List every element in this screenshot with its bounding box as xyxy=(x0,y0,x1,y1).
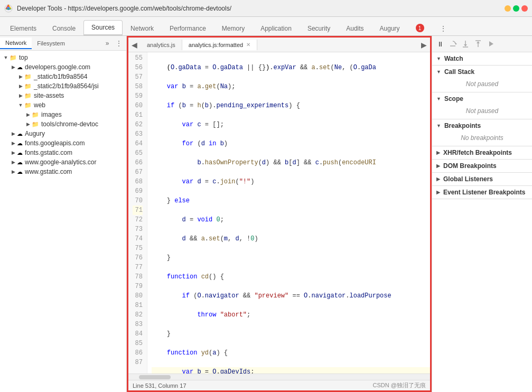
step-over-button[interactable] xyxy=(447,38,459,50)
code-tab-analytics[interactable]: analytics.js xyxy=(141,40,182,50)
code-tab-close[interactable]: ✕ xyxy=(246,42,250,48)
horizontal-scrollbar[interactable] xyxy=(128,374,430,380)
step-into-button[interactable] xyxy=(460,38,471,50)
xhr-breakpoints-section: ▶ XHR/fetch Breakpoints xyxy=(432,146,532,160)
call-stack-header[interactable]: ▼ Call Stack xyxy=(432,66,532,78)
tree-item-gstatic[interactable]: ▶ ☁ www.gstatic.com xyxy=(0,167,126,176)
dom-arrow: ▶ xyxy=(436,163,440,169)
cloud-icon-fonts-google: ☁ xyxy=(17,140,23,147)
xhr-arrow: ▶ xyxy=(436,150,440,155)
tree-item-google-analytics[interactable]: ▶ ☁ www.google-analytics.cor xyxy=(0,157,126,167)
tree-item-developers[interactable]: ▶ ☁ developers.google.com xyxy=(0,62,126,72)
sidebar-icons: » ⋮ xyxy=(102,38,126,49)
maximize-button[interactable] xyxy=(513,5,519,12)
step-over-icon xyxy=(449,40,457,48)
global-arrow: ▶ xyxy=(436,176,440,182)
status-bar: Line 531, Column 17 CSDN @独泪了无痕 xyxy=(128,380,430,390)
tree-arrow-developers: ▶ xyxy=(10,64,17,70)
sidebar-tab-network[interactable]: Network xyxy=(0,38,32,49)
tree-item-tools[interactable]: ▶ 📁 tools/chrome-devtoc xyxy=(0,119,126,129)
code-line: function cd() { xyxy=(152,272,430,282)
tab-elements[interactable]: Elements xyxy=(2,21,44,35)
tree-item-static1[interactable]: ▶ 📁 _static/b1fb9a8564 xyxy=(0,72,126,81)
scope-header[interactable]: ▼ Scope xyxy=(432,92,532,105)
global-listeners-header[interactable]: ▶ Global Listeners xyxy=(432,173,532,185)
sidebar: Network Filesystem » ⋮ ▼ 📁 top ▶ ☁ devel… xyxy=(0,36,127,392)
minimize-button[interactable] xyxy=(505,5,511,12)
code-line: b.hasOwnProperty(d) && b[d] && c.push(en… xyxy=(152,158,430,167)
svg-marker-10 xyxy=(489,41,493,46)
tab-more[interactable]: ⋮ xyxy=(432,21,454,35)
dom-breakpoints-section: ▶ DOM Breakpoints xyxy=(432,160,532,173)
tree-arrow-tools: ▶ xyxy=(24,122,32,127)
code-tab-analytics-formatted[interactable]: analytics.js:formatted ✕ xyxy=(182,40,257,50)
tab-security[interactable]: Security xyxy=(300,21,338,35)
code-line: } else xyxy=(152,196,430,206)
resume-button[interactable] xyxy=(485,38,497,50)
code-content[interactable]: (O.gaData = O.gaData || {}).expVar && a.… xyxy=(147,52,430,374)
breakpoints-header[interactable]: ▼ Breakpoints xyxy=(432,119,532,132)
tree-label-site-assets: site-assets xyxy=(34,92,64,99)
close-button[interactable] xyxy=(521,5,528,12)
folder-icon-web: 📁 xyxy=(24,102,32,109)
event-listener-label: Event Listener Breakpoints xyxy=(443,189,525,196)
tree-label-static1: _static/b1fb9a8564 xyxy=(34,73,87,80)
scope-arrow: ▼ xyxy=(436,96,441,101)
tab-performance[interactable]: Performance xyxy=(162,21,214,35)
tree-arrow-top: ▼ xyxy=(2,55,10,60)
event-arrow: ▶ xyxy=(436,190,440,195)
tree-item-fonts-gstatic[interactable]: ▶ ☁ fonts.gstatic.com xyxy=(0,148,126,157)
sidebar-more-icon[interactable]: » xyxy=(102,38,113,49)
tab-sources[interactable]: Sources xyxy=(83,20,123,35)
sidebar-tabs: Network Filesystem » ⋮ xyxy=(0,36,126,51)
sidebar-tab-filesystem[interactable]: Filesystem xyxy=(32,38,70,49)
tree-label-images: images xyxy=(41,111,62,118)
scrollbar-thumb[interactable] xyxy=(139,375,171,379)
tab-console[interactable]: Console xyxy=(44,21,83,35)
event-listener-header[interactable]: ▶ Event Listener Breakpoints xyxy=(432,186,532,199)
svg-point-1 xyxy=(7,7,10,10)
dom-breakpoints-header[interactable]: ▶ DOM Breakpoints xyxy=(432,160,532,172)
tree-arrow-fonts-gstatic: ▶ xyxy=(10,150,17,155)
window-title: Developer Tools - https://developers.goo… xyxy=(17,5,505,12)
watermark: CSDN @独泪了无痕 xyxy=(373,381,426,389)
tree-item-augury[interactable]: ▶ ☁ Augury xyxy=(0,129,126,138)
main-layout: Network Filesystem » ⋮ ▼ 📁 top ▶ ☁ devel… xyxy=(0,36,532,392)
step-into-icon xyxy=(461,40,470,48)
window-controls xyxy=(505,5,528,12)
tree-item-top[interactable]: ▼ 📁 top xyxy=(0,53,126,62)
tree-arrow-gstatic: ▶ xyxy=(10,169,17,174)
tree-item-site-assets[interactable]: ▶ 📁 site-assets xyxy=(0,91,126,100)
debugger-toolbar: ⏸ xyxy=(432,36,532,52)
tree-item-fonts-google[interactable]: ▶ ☁ fonts.googleapis.com xyxy=(0,138,126,148)
tab-augury[interactable]: Augury xyxy=(372,21,408,35)
svg-marker-2 xyxy=(455,43,457,45)
tree-label-fonts-google: fonts.googleapis.com xyxy=(25,139,85,147)
sidebar-menu-icon[interactable]: ⋮ xyxy=(114,38,124,49)
folder-icon-tools: 📁 xyxy=(32,121,39,128)
folder-icon-static2: 📁 xyxy=(24,83,32,90)
tab-memory[interactable]: Memory xyxy=(214,21,253,35)
code-line: var c = []; xyxy=(152,120,430,129)
tree-label-top: top xyxy=(19,54,28,61)
tab-application[interactable]: Application xyxy=(253,21,300,35)
tab-audits[interactable]: Audits xyxy=(338,21,371,35)
code-nav-forward[interactable]: ▶ xyxy=(418,40,430,50)
tree-item-web[interactable]: ▼ 📁 web xyxy=(0,100,126,110)
breakpoints-arrow: ▼ xyxy=(436,123,441,128)
file-tree: ▼ 📁 top ▶ ☁ developers.google.com ▶ 📁 _s… xyxy=(0,51,126,392)
resume-icon xyxy=(487,40,495,48)
tab-error-badge[interactable]: 1 xyxy=(408,20,432,35)
pause-button[interactable]: ⏸ xyxy=(434,38,446,50)
watch-header[interactable]: ▼ Watch xyxy=(432,52,532,65)
tree-arrow-static1: ▶ xyxy=(17,74,24,79)
step-out-button[interactable] xyxy=(472,38,484,50)
right-panel: ⏸ xyxy=(432,36,532,392)
tree-item-static2[interactable]: ▶ 📁 _static2/b1fb9a8564/jsi xyxy=(0,81,126,91)
code-line: for (d in b) xyxy=(152,139,430,148)
xhr-breakpoints-header[interactable]: ▶ XHR/fetch Breakpoints xyxy=(432,146,532,159)
tab-network[interactable]: Network xyxy=(123,21,162,35)
code-area[interactable]: 5556575859 6061626364 6566676869 7071727… xyxy=(128,52,430,374)
code-nav-back[interactable]: ◀ xyxy=(128,40,141,50)
tree-item-images[interactable]: ▶ 📁 images xyxy=(0,110,126,119)
